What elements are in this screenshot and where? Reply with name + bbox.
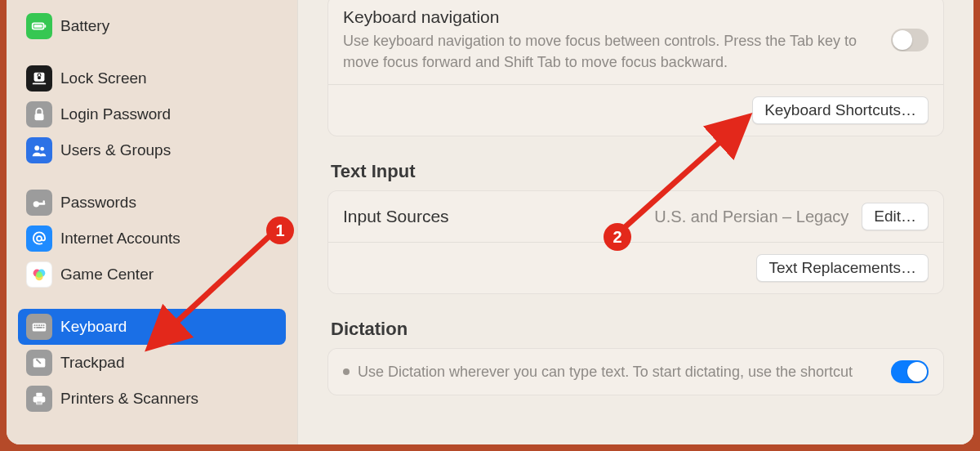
- svg-rect-18: [34, 324, 36, 326]
- svg-rect-31: [37, 402, 42, 403]
- text-replacements-row: Text Replacements…: [328, 242, 943, 293]
- sidebar-item-login-password[interactable]: Login Password: [18, 96, 286, 132]
- svg-point-27: [36, 359, 38, 360]
- svg-rect-21: [41, 324, 42, 326]
- sidebar: Battery Lock Screen Login Password: [7, 0, 297, 444]
- sidebar-item-label: Game Center: [60, 266, 154, 284]
- svg-rect-32: [37, 404, 42, 404]
- input-sources-value: U.S. and Persian – Legacy: [654, 208, 849, 226]
- battery-icon: [26, 13, 52, 39]
- keyboard-nav-card: Keyboard navigation Use keyboard navigat…: [327, 0, 944, 136]
- text-input-title: Text Input: [331, 161, 944, 182]
- svg-rect-5: [38, 76, 41, 79]
- game-center-icon: [26, 261, 52, 288]
- sidebar-item-keyboard[interactable]: Keyboard: [18, 309, 286, 345]
- lock-screen-icon: [26, 65, 52, 92]
- sidebar-item-label: Printers & Scanners: [60, 390, 198, 408]
- dictation-toggle[interactable]: [891, 360, 929, 383]
- svg-rect-4: [33, 83, 47, 85]
- sidebar-item-label: Lock Screen: [60, 69, 147, 87]
- settings-window: Battery Lock Screen Login Password: [7, 0, 973, 444]
- input-sources-label: Input Sources: [343, 207, 449, 226]
- svg-rect-20: [38, 324, 40, 326]
- printer-icon: [26, 386, 52, 412]
- svg-rect-29: [36, 393, 42, 397]
- sidebar-item-trackpad[interactable]: Trackpad: [18, 345, 286, 381]
- sidebar-item-users-groups[interactable]: Users & Groups: [18, 132, 286, 168]
- keyboard-nav-desc: Use keyboard navigation to move focus be…: [343, 30, 878, 73]
- svg-rect-25: [43, 327, 45, 328]
- bullet-icon: [343, 368, 350, 375]
- keyboard-nav-title: Keyboard navigation: [343, 7, 878, 27]
- sidebar-group: Battery: [18, 8, 286, 44]
- sidebar-item-game-center[interactable]: Game Center: [18, 257, 286, 292]
- trackpad-icon: [26, 350, 52, 376]
- svg-rect-2: [34, 25, 42, 28]
- keyboard-icon: [26, 314, 52, 340]
- svg-rect-23: [34, 327, 36, 328]
- sidebar-item-lock-screen[interactable]: Lock Screen: [18, 60, 286, 96]
- sidebar-item-printers-scanners[interactable]: Printers & Scanners: [18, 381, 286, 417]
- edit-input-sources-button[interactable]: Edit…: [862, 203, 929, 230]
- dictation-card: Use Dictation wherever you can type text…: [327, 348, 944, 395]
- svg-rect-1: [44, 25, 46, 28]
- keyboard-shortcuts-button[interactable]: Keyboard Shortcuts…: [752, 96, 929, 124]
- sidebar-item-label: Keyboard: [60, 318, 127, 336]
- sidebar-item-internet-accounts[interactable]: Internet Accounts: [18, 221, 286, 257]
- text-replacements-button[interactable]: Text Replacements…: [756, 254, 929, 282]
- input-sources-row: Input Sources U.S. and Persian – Legacy …: [328, 191, 943, 242]
- keyboard-shortcuts-row: Keyboard Shortcuts…: [328, 84, 943, 136]
- sidebar-group: Keyboard Trackpad Printers & Scanners: [18, 309, 286, 417]
- at-icon: [26, 226, 52, 252]
- sidebar-item-passwords[interactable]: Passwords: [18, 185, 286, 221]
- keyboard-nav-row: Keyboard navigation Use keyboard navigat…: [328, 0, 943, 84]
- dictation-title: Dictation: [331, 319, 944, 340]
- svg-rect-11: [43, 200, 45, 204]
- sidebar-item-label: Battery: [60, 17, 109, 35]
- svg-rect-19: [36, 324, 38, 326]
- key-icon: [26, 190, 52, 216]
- sidebar-item-label: Login Password: [60, 105, 171, 123]
- sidebar-group: Lock Screen Login Password Users & Group…: [18, 60, 286, 168]
- sidebar-item-label: Passwords: [60, 194, 136, 212]
- sidebar-item-label: Trackpad: [60, 354, 125, 372]
- users-icon: [26, 137, 52, 163]
- sidebar-group: Passwords Internet Accounts Game Center: [18, 185, 286, 292]
- svg-point-8: [40, 147, 44, 151]
- text-input-card: Input Sources U.S. and Persian – Legacy …: [327, 190, 944, 294]
- dictation-row: Use Dictation wherever you can type text…: [328, 349, 943, 395]
- svg-rect-22: [43, 324, 45, 326]
- svg-rect-6: [35, 114, 44, 120]
- svg-rect-24: [36, 327, 42, 328]
- content-pane: Keyboard navigation Use keyboard navigat…: [297, 0, 973, 444]
- keyboard-nav-toggle[interactable]: [891, 29, 929, 51]
- sidebar-item-label: Internet Accounts: [60, 230, 180, 248]
- svg-point-16: [36, 271, 42, 277]
- dictation-desc: Use Dictation wherever you can type text…: [358, 361, 853, 382]
- svg-rect-30: [36, 400, 42, 405]
- sidebar-item-battery[interactable]: Battery: [18, 8, 286, 44]
- sidebar-item-label: Users & Groups: [60, 141, 171, 159]
- svg-point-7: [34, 145, 39, 150]
- lock-icon: [26, 101, 52, 127]
